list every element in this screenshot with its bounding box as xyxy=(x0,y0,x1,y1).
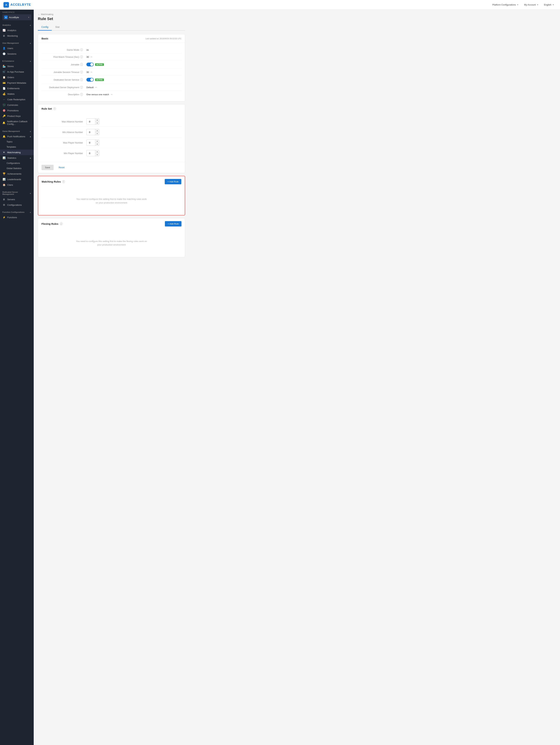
dedicated-server-service-info-icon[interactable]: i xyxy=(80,78,83,81)
description-edit-icon[interactable]: ✏ xyxy=(111,93,113,96)
sidebar-item-promotions[interactable]: 🎯 Promotions xyxy=(0,108,34,113)
min-player-number-up[interactable]: ▲ xyxy=(95,150,99,153)
max-player-number-input[interactable] xyxy=(87,140,95,145)
sidebar-item-entitlements[interactable]: 📄 Entitlements xyxy=(0,86,34,91)
sidebar-item-achievements[interactable]: 🏆 Achievements xyxy=(0,171,34,176)
user-management-toggle[interactable]: ▲ xyxy=(30,42,31,44)
sidebar-item-sessions[interactable]: 🕐 Sessions xyxy=(0,51,34,57)
sidebar-item-notification-callback[interactable]: 🔔 Notification Callback Config... xyxy=(0,119,34,127)
monitoring-icon: 🖥 xyxy=(2,34,5,37)
language-button[interactable]: English ▼ xyxy=(541,2,557,7)
max-alliance-number-spinner[interactable]: ▲ ▼ xyxy=(87,119,99,125)
sidebar-item-topics[interactable]: Topics xyxy=(0,139,34,144)
max-player-number-down[interactable]: ▼ xyxy=(95,143,99,145)
rule-set-actions: Save Reset xyxy=(38,162,185,173)
push-notifications-icon: 🔔 xyxy=(2,135,5,138)
min-alliance-number-down[interactable]: ▼ xyxy=(95,132,99,135)
tab-stat[interactable]: Stat xyxy=(52,24,63,31)
min-alliance-number-spinner[interactable]: ▲ ▼ xyxy=(87,129,99,135)
namespace-selector[interactable]: ■ AccelByte ▼ xyxy=(2,14,31,20)
sidebar-item-global-statistics[interactable]: Global Statistics xyxy=(0,166,34,171)
find-match-timeout-info-icon[interactable]: i xyxy=(80,56,83,58)
min-alliance-number-input[interactable] xyxy=(87,130,95,134)
max-player-number-spinner[interactable]: ▲ ▼ xyxy=(87,139,99,146)
save-button[interactable]: Save xyxy=(41,165,54,170)
notification-callback-icon: 🔔 xyxy=(2,121,5,124)
find-match-timeout-edit-icon[interactable]: ✏ xyxy=(91,56,93,58)
function-configurations-section-title[interactable]: Function Configurations ▲ xyxy=(0,210,34,214)
sidebar-item-in-app-purchase[interactable]: 🛒 In-App Purchase xyxy=(0,69,34,74)
tab-config[interactable]: Config xyxy=(38,24,52,31)
joinable-session-timeout-edit-icon[interactable]: ✏ xyxy=(91,71,93,73)
dedicated-server-service-toggle[interactable] xyxy=(87,78,94,82)
dedicated-server-deployment-edit-icon[interactable]: ✏ xyxy=(95,86,97,89)
min-alliance-number-up[interactable]: ▲ xyxy=(95,129,99,132)
joinable-session-timeout-info-icon[interactable]: i xyxy=(80,71,83,73)
platform-configurations-button[interactable]: Platform Configurations ▼ xyxy=(490,2,521,7)
flexing-rules-add-button[interactable]: + Add Rule xyxy=(165,221,182,226)
sidebar-item-monitoring[interactable]: 🖥 Monitoring xyxy=(0,33,34,38)
ecommerce-section-title[interactable]: E-Commerce ▲ xyxy=(0,59,34,63)
dedicated-server-toggle[interactable]: ▲ xyxy=(30,192,31,194)
joinable-toggle[interactable] xyxy=(87,63,94,66)
min-alliance-number-value: ▲ ▼ xyxy=(87,129,99,135)
min-player-number-spinner-btns: ▲ ▼ xyxy=(95,150,99,156)
rule-set-info-icon[interactable]: i xyxy=(53,107,56,110)
user-management-section-title[interactable]: User Management ▲ xyxy=(0,41,34,45)
sidebar-item-clans[interactable]: 🏠 Clans xyxy=(0,182,34,188)
max-player-number-up[interactable]: ▲ xyxy=(95,140,99,143)
game-management-section-title[interactable]: Game Management ▲ xyxy=(0,129,34,133)
function-configurations-toggle[interactable]: ▲ xyxy=(30,211,31,213)
sidebar-item-code-redemption[interactable]: ··· Code Redemption xyxy=(0,97,34,102)
matching-rules-info-icon[interactable]: i xyxy=(62,180,65,183)
sidebar-item-ds-configurations[interactable]: ⚙ Configurations xyxy=(0,202,34,208)
sidebar-item-payment-metadata[interactable]: 💳 Payment Metadata xyxy=(0,80,34,86)
min-player-number-down[interactable]: ▼ xyxy=(95,153,99,156)
page-title: Rule Set xyxy=(38,17,185,21)
basic-card-body: Game Mode i vs Find Match Timeout (Sec) … xyxy=(38,43,185,101)
breadcrumb-parent[interactable]: Matchmaking xyxy=(41,13,53,15)
analytics-toggle[interactable]: ▲ xyxy=(30,24,31,26)
ecommerce-toggle[interactable]: ▲ xyxy=(30,60,31,62)
joinable-info-icon[interactable]: i xyxy=(80,63,83,66)
analytics-section-title[interactable]: Analytics ▲ xyxy=(0,23,34,27)
max-alliance-number-down[interactable]: ▼ xyxy=(95,122,99,125)
sidebar-item-analytics[interactable]: 📈 Analytics xyxy=(0,28,34,33)
joinable-toggle-wrap: ACTIVE xyxy=(87,63,104,66)
sidebar-item-orders[interactable]: 📋 Orders xyxy=(0,74,34,80)
sidebar-item-functions[interactable]: ⚡ Functions xyxy=(0,215,34,220)
dedicated-server-service-row: Dedicated Server Service i ACTIVE xyxy=(41,76,182,84)
sidebar-item-push-notifications[interactable]: 🔔 Push Notifications ▲ xyxy=(0,134,34,139)
game-management-toggle[interactable]: ▲ xyxy=(30,130,31,132)
max-alliance-number-input[interactable] xyxy=(87,119,95,124)
my-account-button[interactable]: My Account ▼ xyxy=(522,2,541,7)
rule-set-card: Rule Set i Max Alliance Number xyxy=(38,104,185,173)
sidebar-item-leaderboards[interactable]: 📊 Leaderboards xyxy=(0,176,34,182)
sidebar-item-matchmaking[interactable]: ✕ Matchmaking xyxy=(0,150,34,155)
sidebar-item-stores[interactable]: 🏪 Stores xyxy=(0,63,34,69)
sidebar-item-wallets[interactable]: 💰 Wallets xyxy=(0,91,34,97)
dedicated-server-section-title[interactable]: Dedicated Server Management ▲ xyxy=(0,190,34,196)
sidebar-item-templates[interactable]: Templates xyxy=(0,144,34,150)
min-player-number-input[interactable] xyxy=(87,151,95,156)
max-player-number-label: Max Player Number xyxy=(41,141,87,144)
max-alliance-number-up[interactable]: ▲ xyxy=(95,119,99,122)
rule-set-card-body: Max Alliance Number ▲ ▼ xyxy=(38,113,185,162)
sidebar-item-stat-configurations[interactable]: Configurations xyxy=(0,161,34,166)
sidebar-item-statistics[interactable]: 📊 Statistics ▲ xyxy=(0,155,34,161)
push-notifications-chevron: ▲ xyxy=(30,135,31,137)
flexing-rules-info-icon[interactable]: i xyxy=(60,222,63,225)
reset-button[interactable]: Reset xyxy=(55,165,68,170)
joinable-label: Joinable i xyxy=(41,63,87,66)
sidebar-item-product-keys[interactable]: 🔑 Product Keys xyxy=(0,113,34,119)
game-mode-info-icon[interactable]: i xyxy=(80,48,83,51)
min-player-number-spinner[interactable]: ▲ ▼ xyxy=(87,150,99,156)
description-info-icon[interactable]: i xyxy=(80,93,83,96)
sidebar-item-users[interactable]: 👤 Users xyxy=(0,45,34,51)
matching-rules-add-button[interactable]: + Add Rule xyxy=(165,179,181,184)
sidebar-item-servers[interactable]: 🖥 Servers xyxy=(0,197,34,202)
flexing-rules-body: You need to configure this setting first… xyxy=(38,229,185,257)
sidebar-item-currencies[interactable]: 💱 Currencies xyxy=(0,102,34,108)
dedicated-server-deployment-info-icon[interactable]: i xyxy=(80,86,83,89)
tabs: Config Stat xyxy=(38,24,185,31)
